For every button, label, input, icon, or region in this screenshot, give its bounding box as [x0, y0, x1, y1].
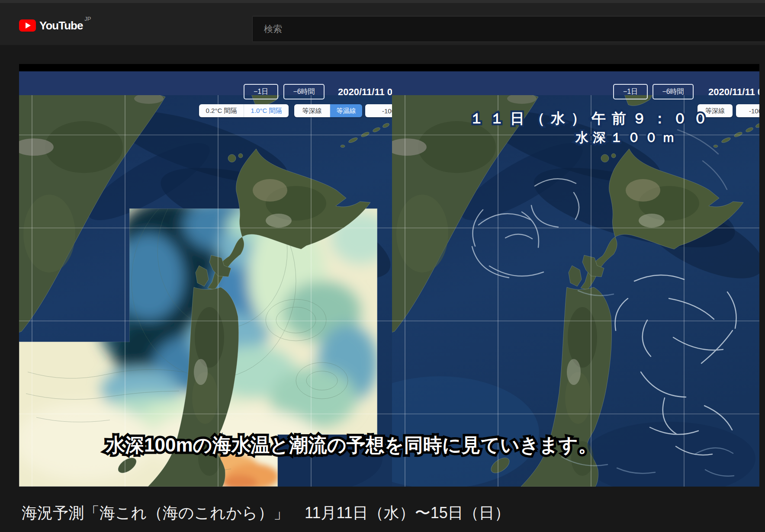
interval-02-button[interactable]: 0.2°C 間隔 [199, 104, 244, 117]
isobath-button[interactable]: 等深線 [294, 104, 330, 117]
timestamp-overlay-line1: １１日（水）午前９：００ １１日（水）午前９：００ [469, 109, 714, 128]
video-panel-temperature: −1日 −6時間 2020/11/11 0 0.2°C 間隔 1.0°C 間隔 … [19, 64, 392, 487]
youtube-brand-text: YouTube [39, 19, 83, 32]
video-title: 海況予測「海これ（海のこれから）」 11月11日（水）〜15日（日） [22, 503, 757, 524]
right-back-one-day-button[interactable]: −1日 [613, 84, 648, 99]
left-datetime-label: 2020/11/11 0 [338, 87, 392, 98]
interval-10-button[interactable]: 1.0°C 間隔 [244, 104, 289, 117]
right-back-six-hours-button[interactable]: −6時間 [652, 84, 694, 99]
video-player[interactable]: −1日 −6時間 2020/11/11 0 0.2°C 間隔 1.0°C 間隔 … [19, 64, 759, 487]
isotherm-button[interactable]: 等温線 [330, 104, 362, 117]
right-datetime-label: 2020/11/11 0 [708, 87, 759, 98]
left-back-one-day-button[interactable]: −1日 [244, 84, 278, 99]
youtube-logo[interactable]: YouTube JP [19, 16, 101, 35]
left-contour-toggle: 等深線 等温線 [294, 104, 362, 117]
map-temperature [19, 95, 392, 487]
search-input[interactable] [252, 16, 765, 42]
left-toolbar: −1日 −6時間 2020/11/11 0 [19, 71, 392, 95]
timestamp-overlay-line2: 水深１００ｍ 水深１００ｍ [575, 129, 679, 147]
map-current [392, 95, 759, 487]
left-interval-toggle: 0.2°C 間隔 1.0°C 間隔 [199, 104, 289, 117]
left-back-six-hours-button[interactable]: −6時間 [283, 84, 325, 99]
right-toolbar: −1日 −6時間 2020/11/11 0 [392, 71, 759, 95]
video-subtitle: 水深100mの海水温と潮流の予想を同時に見ていきます。 水深100mの海水温と潮… [0, 433, 722, 458]
video-panel-current: −1日 −6時間 2020/11/11 0 等深線 -100 １１日（水）午前９… [392, 64, 759, 487]
timestamp-line1-text: １１日（水）午前９：００ [469, 110, 714, 126]
window-top-strip [0, 0, 765, 3]
youtube-country-code: JP [84, 16, 91, 22]
youtube-play-icon [19, 19, 36, 32]
youtube-masthead: YouTube JP [0, 3, 765, 45]
right-depth-button[interactable]: -100 [736, 104, 759, 117]
timestamp-line2-text: 水深１００ｍ [575, 130, 679, 144]
subtitle-text: 水深100mの海水温と潮流の予想を同時に見ていきます。 [106, 434, 597, 455]
left-depth-button[interactable]: -100 [365, 104, 392, 117]
